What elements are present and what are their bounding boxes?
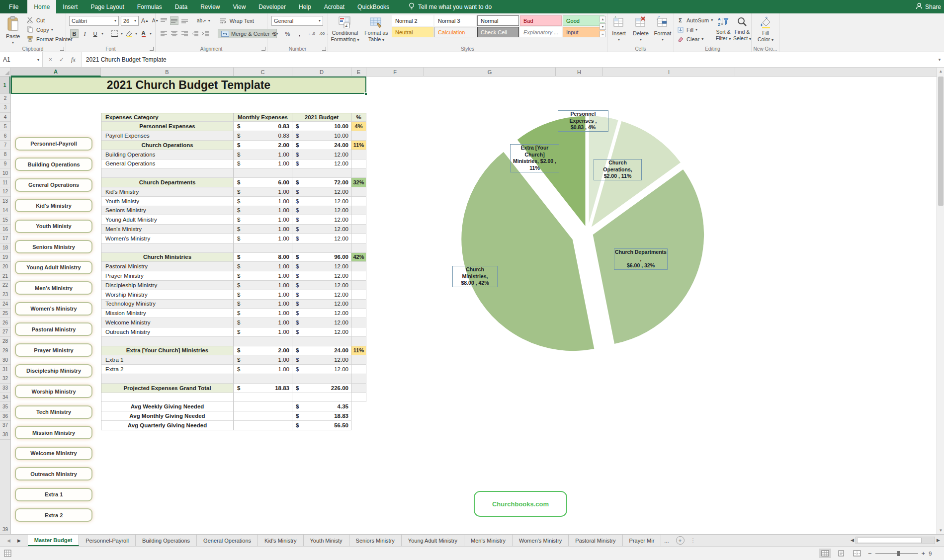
insert-cells-button[interactable]: Insert ▾ [608,14,629,45]
cancel-icon[interactable]: × [49,56,52,63]
prev-sheet-icon[interactable]: ◀ [7,538,10,543]
new-sheet-button[interactable]: + [676,536,685,545]
row-header-2[interactable]: 2 [0,94,10,103]
column-header-C[interactable]: C [234,68,292,77]
fill-button[interactable]: Fill ▾ [676,25,697,34]
cell-style-check-cell[interactable]: Check Cell [477,27,519,37]
paste-button[interactable]: Paste ▾ [2,14,24,44]
horizontal-scrollbar[interactable]: ◀ ▶ [851,536,940,545]
sheet-tab-youth-ministy[interactable]: Youth Ministy [304,535,349,546]
sidebar-button-youth-ministy[interactable]: Youth Ministy [15,220,92,233]
normal-view-icon[interactable] [819,549,831,558]
align-center-icon[interactable] [170,29,178,38]
table-row-30[interactable]: Extra 1$1.00$12.00 [101,355,366,365]
sidebar-button-men-s-ministry[interactable]: Men's Ministry [15,281,92,295]
table-row-8[interactable]: Building Operations$1.00$12.00 [101,150,366,160]
row-header-19[interactable]: 19 [0,253,10,262]
table-row-23[interactable]: Worship Ministry$1.00$12.00 [101,290,366,300]
row-header-12[interactable]: 12 [0,187,10,197]
cell-style-input[interactable]: Input [563,27,604,37]
pie-label-church-departments[interactable]: Church Departments , $6.00 , 32% [614,248,668,270]
pie-label-personnel-expenses[interactable]: Personnel Expenses , $0.83 , 4% [558,110,608,132]
row-header-25[interactable]: 25 [0,309,10,318]
horizontal-scroll-thumb[interactable] [857,538,922,543]
table-row-34[interactable] [101,393,366,402]
wrap-text-button[interactable]: Wrap Text [219,16,254,25]
table-row-13[interactable]: Youth Ministy$1.00$12.00 [101,197,366,206]
row-header-31[interactable]: 31 [0,365,10,374]
row-header-11[interactable]: 11 [0,178,10,187]
cell-style-normal-2[interactable]: Normal 2 [392,15,433,26]
table-row-6[interactable]: Payroll Expenses$0.83$10.00 [101,131,366,141]
zoom-out-icon[interactable]: − [868,550,872,557]
bold-button[interactable]: B [70,29,79,38]
churchbooks-button[interactable]: Churchbooks.com [474,491,567,517]
sidebar-button-seniors-ministry[interactable]: Seniors Ministry [15,240,92,253]
table-row-21[interactable]: Prayer Ministry$1.00$12.00 [101,271,366,281]
row-header-8[interactable]: 8 [0,150,10,160]
tab-data[interactable]: Data [169,0,194,13]
table-row-36[interactable]: Avg Monthly Giving Needed$18.83 [101,411,366,421]
fill-color-icon[interactable] [125,29,133,38]
page-layout-view-icon[interactable] [835,549,847,558]
hscroll-left-icon[interactable]: ◀ [851,538,854,543]
table-row-28[interactable] [101,337,366,346]
tab-page-layout[interactable]: Page Layout [84,0,130,13]
sheet-tab-master-budget[interactable]: Master Budget [28,535,79,546]
formula-input[interactable]: 2021 Church Budget Template [82,52,935,67]
row-header-9[interactable]: 9 [0,160,10,169]
enter-icon[interactable]: ✓ [59,56,64,63]
sort-filter-button[interactable]: AZ Sort & Filter ▾ [714,14,733,45]
table-row-4[interactable]: Expenses CategoryMonthly Expenses2021 Bu… [101,113,366,122]
selection-fill-handle[interactable] [364,92,367,95]
sidebar-button-outreach-ministry[interactable]: Outreach Ministry [15,467,92,480]
row-header-35[interactable]: 35 [0,402,10,411]
table-row-9[interactable]: General Operations$1.00$12.00 [101,160,366,169]
tab-file[interactable]: File [0,0,27,13]
sidebar-button-tech-ministry[interactable]: Tech Ministry [15,405,92,419]
table-row-10[interactable] [101,168,366,178]
tab-home[interactable]: Home [27,0,56,13]
pie-chart[interactable]: Personnel Expenses , $0.83 , 4%Church Op… [423,108,751,367]
sidebar-button-extra-2[interactable]: Extra 2 [15,508,92,522]
row-header-33[interactable]: 33 [0,384,10,393]
pie-label-extra-your-church-ministries[interactable]: Extra [Your Church] Ministries, $2.00 , … [510,144,559,172]
row-header-21[interactable]: 21 [0,271,10,281]
pie-label-church-ministries[interactable]: Church Ministries, $8.00 , 42% [452,266,498,287]
macro-record-icon[interactable] [4,550,11,558]
cell-style-normal[interactable]: Normal [477,15,519,26]
number-dialog-launcher[interactable] [322,47,326,51]
cell-style-normal-3[interactable]: Normal 3 [434,15,476,26]
row-header-26[interactable]: 26 [0,318,10,327]
row-header-24[interactable]: 24 [0,300,10,309]
cell-style-explanatory-[interactable]: Explanatory ... [520,27,562,37]
row-header-7[interactable]: 7 [0,141,10,150]
font-dialog-launcher[interactable] [150,47,154,51]
next-sheet-icon[interactable]: ▶ [17,538,21,543]
table-row-26[interactable]: Welcome Ministry$1.00$12.00 [101,318,366,327]
delete-cells-button[interactable]: Delete ▾ [630,14,651,45]
sidebar-button-personnel-payroll[interactable]: Personnel-Payroll [15,137,92,151]
table-row-11[interactable]: Church Departments$6.00$72.0032% [101,178,366,187]
styles-gallery-scroll[interactable]: ▴▾≡ [600,16,606,37]
row-header-27[interactable]: 27 [0,327,10,337]
alignment-dialog-launcher[interactable] [261,47,265,51]
sidebar-button-prayer-ministry[interactable]: Prayer Ministry [15,343,92,357]
percent-style-button[interactable]: % [283,29,292,38]
align-bottom-icon[interactable] [180,16,189,25]
find-select-button[interactable]: Find & Select ▾ [733,14,752,45]
tab-review[interactable]: Review [194,0,226,13]
row-header-13[interactable]: 13 [0,197,10,206]
cell-style-calculation[interactable]: Calculation [434,27,476,37]
pie-label-church-operations[interactable]: Church Operations, $2.00 , 11% [594,159,642,180]
hscroll-right-icon[interactable]: ▶ [937,538,940,543]
sheet-tab-seniors-ministry[interactable]: Seniors Ministry [349,535,402,546]
cell-style-neutral[interactable]: Neutral [392,27,433,37]
zoom-slider[interactable] [875,553,918,554]
row-header-1[interactable]: 1 [0,77,10,94]
clipboard-dialog-launcher[interactable] [60,47,64,51]
tab-formulas[interactable]: Formulas [131,0,169,13]
table-row-31[interactable]: Extra 2$1.00$12.00 [101,365,366,374]
row-header-22[interactable]: 22 [0,281,10,290]
table-row-37[interactable]: Avg Quarterly Giving Needed$56.50 [101,421,366,430]
